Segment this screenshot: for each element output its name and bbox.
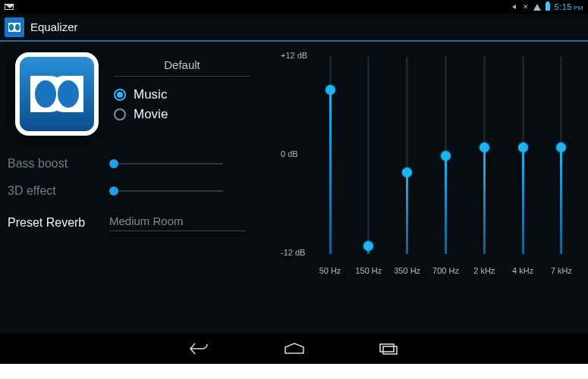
home-button[interactable] — [281, 340, 307, 357]
eq-band-label: 50 Hz — [319, 266, 341, 275]
eq-band-thumb[interactable] — [402, 168, 412, 177]
eq-band-fill — [329, 89, 332, 254]
svg-point-4 — [58, 80, 79, 108]
svg-point-2 — [15, 23, 20, 30]
eq-band-thumb[interactable] — [518, 143, 528, 152]
profile-dropdown[interactable]: Default — [114, 55, 250, 77]
mail-icon — [5, 4, 14, 10]
eq-band-700hz[interactable]: 700 Hz — [434, 57, 457, 254]
eq-band-fill — [445, 155, 447, 254]
eq-band-350hz[interactable]: 350 Hz — [396, 57, 419, 254]
radio-unchecked-icon — [114, 108, 126, 121]
db-tick-label: 0 dB — [281, 149, 298, 158]
eq-band-thumb[interactable] — [325, 85, 335, 95]
preset-reverb-dropdown[interactable]: Medium Room — [109, 215, 246, 231]
svg-point-1 — [9, 23, 14, 30]
three-d-effect-slider[interactable] — [109, 185, 223, 197]
eq-band-fill — [406, 172, 408, 254]
preset-reverb-label: Preset Reverb — [8, 216, 97, 230]
page-title: Equalizer — [30, 20, 78, 33]
volume-icon — [512, 3, 520, 11]
battery-icon — [546, 3, 550, 11]
eq-band-fill — [522, 147, 524, 254]
eq-band-fill — [560, 147, 562, 254]
eq-band-label: 7 kHz — [551, 266, 572, 275]
eq-band-label: 150 Hz — [355, 266, 382, 275]
eq-band-label: 350 Hz — [394, 266, 420, 275]
dolby-icon — [5, 17, 24, 37]
wifi-icon — [533, 4, 541, 11]
recent-apps-button[interactable] — [376, 340, 401, 357]
radio-checked-icon — [114, 89, 126, 101]
three-d-effect-label: 3D effect — [8, 184, 97, 198]
eq-band-thumb[interactable] — [363, 241, 373, 251]
radio-label: Music — [134, 87, 167, 102]
eq-band-label: 2 kHz — [473, 266, 495, 275]
eq-band-rail — [367, 57, 369, 254]
back-button[interactable] — [187, 340, 213, 357]
svg-rect-5 — [380, 344, 394, 352]
bass-boost-slider[interactable] — [109, 158, 223, 170]
equalizer-panel: +12 dB0 dB-12 dB 50 Hz150 Hz350 Hz700 Hz… — [273, 42, 588, 334]
eq-band-2khz[interactable]: 2 kHz — [473, 57, 495, 254]
profile-radio-music[interactable]: Music — [114, 87, 266, 102]
clock: 5:15PM — [555, 2, 583, 11]
radio-label: Movie — [134, 107, 168, 122]
eq-band-thumb[interactable] — [441, 151, 451, 161]
eq-band-150hz[interactable]: 150 Hz — [357, 57, 380, 254]
eq-band-50hz[interactable]: 50 Hz — [319, 57, 341, 254]
mute-indicator: ✕ — [523, 3, 529, 11]
dolby-logo-large — [15, 52, 99, 136]
eq-band-thumb[interactable] — [556, 143, 566, 152]
svg-point-3 — [35, 80, 56, 108]
status-bar: ✕ 5:15PM — [0, 0, 588, 14]
profile-radio-movie[interactable]: Movie — [114, 107, 266, 122]
title-bar: Equalizer — [0, 14, 588, 42]
navigation-bar — [0, 334, 588, 364]
eq-band-fill — [483, 147, 486, 254]
svg-rect-6 — [383, 346, 397, 354]
eq-band-label: 700 Hz — [432, 266, 459, 275]
eq-band-thumb[interactable] — [480, 143, 489, 152]
eq-band-4khz[interactable]: 4 kHz — [511, 57, 534, 254]
eq-band-7khz[interactable]: 7 kHz — [550, 57, 573, 254]
bass-boost-label: Bass boost — [8, 157, 97, 171]
eq-band-label: 4 kHz — [512, 266, 533, 275]
db-tick-label: +12 dB — [281, 51, 307, 60]
db-tick-label: -12 dB — [281, 248, 305, 257]
